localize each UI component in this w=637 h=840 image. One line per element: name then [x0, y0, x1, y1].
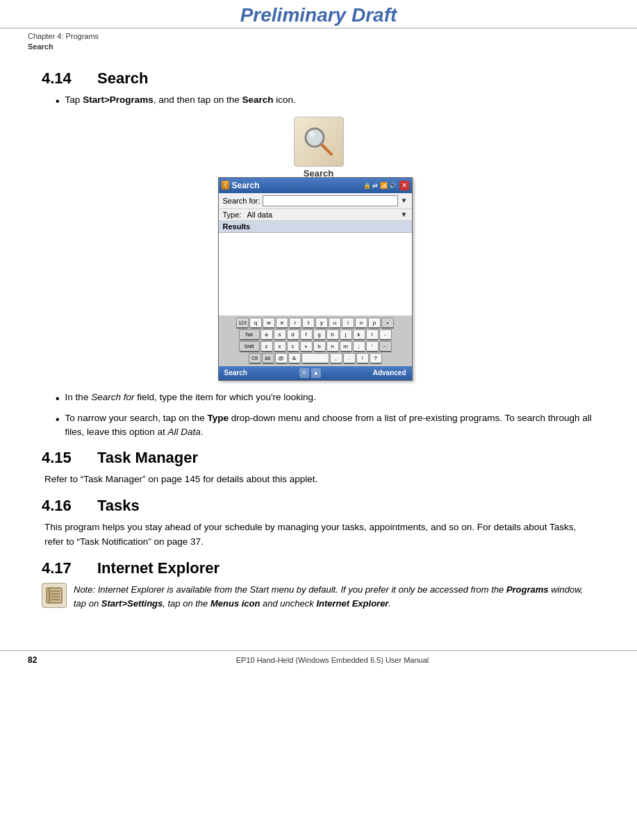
kb-key-123[interactable]: 123	[236, 318, 249, 329]
section-417-title: Internet Explorer	[97, 559, 220, 577]
kb-key-h[interactable]: h	[326, 329, 339, 340]
bullet-414-3-text: To narrow your search, tap on the Type d…	[65, 411, 595, 440]
kb-key-tab[interactable]: Tab	[239, 329, 260, 340]
main-content: 4.14 Search Tap Start>Programs, and then…	[0, 53, 637, 629]
kb-key-g[interactable]: g	[313, 329, 326, 340]
footer-device-text: EP10 Hand-Held (Windows Embedded 6.5) Us…	[56, 656, 609, 664]
win-type-label: Type:	[223, 211, 242, 219]
kb-key-a[interactable]: a	[260, 329, 273, 340]
section-414-bullets-2: In the Search for field, type the item f…	[42, 390, 595, 440]
kb-key-s[interactable]: s	[274, 329, 286, 340]
kb-key-t[interactable]: t	[302, 318, 315, 329]
win-bottom-icon-2[interactable]: ▲	[311, 368, 321, 378]
kb-key-bullet[interactable]: •	[381, 318, 394, 329]
win-search-for-input[interactable]	[263, 195, 397, 206]
win-bottom-icon-1[interactable]: ≡	[299, 368, 309, 378]
section-414-title: Search	[97, 69, 148, 88]
search-icon-label: Search	[294, 168, 344, 179]
kb-key-e[interactable]: e	[276, 318, 288, 329]
win-close-button[interactable]: ✕	[399, 181, 409, 190]
kb-key-d[interactable]: d	[287, 329, 299, 340]
kb-key-z[interactable]: z	[260, 341, 273, 352]
kb-key-n[interactable]: n	[326, 341, 339, 352]
section-416-title: Tasks	[97, 497, 140, 515]
section-414: 4.14 Search	[42, 69, 595, 88]
kb-row-4: Ctl áü @ & , . ! ?	[220, 353, 411, 364]
section-line: Search	[28, 42, 609, 52]
kb-key-u[interactable]: u	[329, 318, 341, 329]
kb-key-at[interactable]: @	[275, 353, 288, 364]
kb-key-comma[interactable]: ,	[330, 353, 342, 364]
kb-key-i[interactable]: i	[342, 318, 354, 329]
section-415-title: Task Manager	[97, 449, 198, 467]
section-415-body: Refer to “Task Manager” on page 145 for …	[42, 472, 595, 487]
win-results-body	[219, 233, 412, 316]
win-mobile-search: 〈 Search 🔒 ⇄ 📶 🔊 ✕ Search for: ▼	[218, 177, 413, 381]
win-type-value: All data	[244, 211, 397, 219]
bullet-414-1-text: Tap Start>Programs, and then tap on the …	[65, 93, 296, 110]
search-icon-area: Search	[218, 117, 420, 179]
kb-row-1: 123 q w e r t y u i o p •	[220, 318, 411, 329]
kb-key-space[interactable]	[301, 353, 329, 364]
kb-key-l[interactable]: l	[366, 329, 379, 340]
footer-page-number: 82	[28, 655, 56, 665]
svg-point-3	[309, 131, 315, 137]
search-screenshot-container: Search 〈 Search 🔒 ⇄ 📶 🔊 ✕	[42, 117, 595, 381]
bullet-414-1: Tap Start>Programs, and then tap on the …	[56, 93, 595, 110]
win-type-row: Type: All data ▼	[219, 209, 412, 221]
win-title-text: Search	[232, 181, 260, 190]
section-417: 4.17 Internet Explorer	[42, 559, 595, 577]
section-415-num: 4.15	[42, 449, 83, 467]
win-bottom-advanced-btn[interactable]: Advanced	[373, 369, 406, 377]
kb-key-question[interactable]: ?	[370, 353, 382, 364]
kb-key-semicolon[interactable]: ;	[353, 341, 365, 352]
kb-key-period[interactable]: .	[343, 353, 356, 364]
svg-point-1	[307, 130, 322, 145]
kb-key-f[interactable]: f	[300, 329, 313, 340]
kb-key-q[interactable]: q	[249, 318, 262, 329]
win-type-dropdown-arrow[interactable]: ▼	[401, 211, 408, 218]
kb-key-k[interactable]: k	[353, 329, 365, 340]
kb-key-dash[interactable]: -	[379, 329, 392, 340]
win-search-dropdown-arrow[interactable]: ▼	[401, 197, 408, 204]
section-416-body: This program helps you stay ahead of you…	[42, 520, 595, 550]
kb-key-shift[interactable]: Shift	[239, 341, 260, 352]
kb-key-exclaim[interactable]: !	[356, 353, 369, 364]
kb-key-o[interactable]: o	[355, 318, 367, 329]
kb-key-x[interactable]: x	[274, 341, 286, 352]
chapter-line: Chapter 4: Programs	[28, 31, 609, 42]
win-start-button[interactable]: 〈	[222, 181, 229, 190]
svg-rect-6	[49, 588, 50, 603]
kb-key-c[interactable]: c	[287, 341, 299, 352]
kb-key-accents[interactable]: áü	[262, 353, 274, 364]
win-search-for-label: Search for:	[223, 197, 260, 205]
win-keyboard: 123 q w e r t y u i o p •	[219, 316, 412, 366]
kb-key-m[interactable]: m	[340, 341, 352, 352]
win-bottom-bar: Search ≡ ▲ Advanced	[219, 366, 412, 380]
bullet-414-2-text: In the Search for field, type the item f…	[65, 390, 316, 407]
win-titlebar: 〈 Search 🔒 ⇄ 📶 🔊 ✕	[219, 178, 412, 193]
svg-line-4	[322, 145, 331, 154]
bullet-414-3: To narrow your search, tap on the Type d…	[56, 411, 595, 440]
section-416-num: 4.16	[42, 497, 83, 515]
kb-key-v[interactable]: v	[300, 341, 313, 352]
kb-key-j[interactable]: j	[340, 329, 352, 340]
kb-key-p[interactable]: p	[368, 318, 381, 329]
kb-key-ctrl[interactable]: Ctl	[249, 353, 261, 364]
page-footer: 82 EP10 Hand-Held (Windows Embedded 6.5)…	[0, 650, 637, 669]
kb-row-2: Tab a s d f g h j k l -	[220, 329, 411, 340]
kb-key-backspace[interactable]: ←	[379, 341, 392, 352]
kb-key-w[interactable]: w	[263, 318, 275, 329]
note-content: Note: Internet Explorer is available fro…	[74, 584, 583, 609]
kb-key-quote[interactable]: '	[366, 341, 379, 352]
kb-key-ampersand[interactable]: &	[288, 353, 301, 364]
kb-key-b[interactable]: b	[313, 341, 326, 352]
kb-key-y[interactable]: y	[315, 318, 328, 329]
kb-key-r[interactable]: r	[289, 318, 301, 329]
note-box-417: Note: Internet Explorer is available fro…	[42, 583, 595, 610]
section-415: 4.15 Task Manager	[42, 449, 595, 467]
win-bottom-search-btn[interactable]: Search	[224, 369, 247, 377]
section-414-bullets: Tap Start>Programs, and then tap on the …	[42, 93, 595, 110]
chapter-breadcrumb: Chapter 4: Programs Search	[0, 28, 637, 53]
kb-row-3: Shift z x c v b n m ; ' ←	[220, 341, 411, 352]
